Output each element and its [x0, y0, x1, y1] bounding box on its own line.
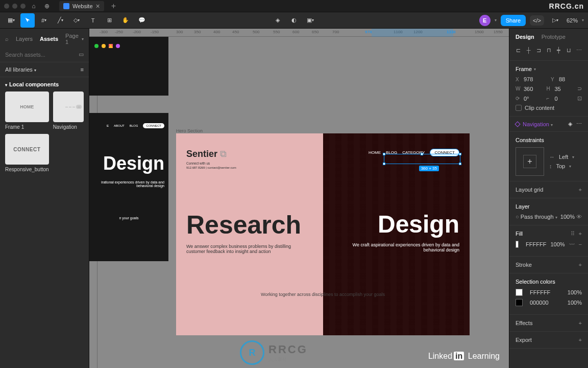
export-title: Export: [516, 337, 532, 343]
align-vcenter-icon[interactable]: ┿: [555, 45, 563, 55]
frame-title[interactable]: Frame ▾: [516, 66, 582, 72]
align-hcenter-icon[interactable]: ┼: [525, 45, 533, 55]
layout-grid-title: Layout grid: [516, 187, 543, 193]
frame-h[interactable]: 35: [555, 86, 561, 92]
text-tool[interactable]: T: [86, 13, 100, 28]
tab-layers[interactable]: Layers: [16, 36, 33, 42]
frame-rot[interactable]: 0°: [524, 96, 529, 102]
globe-icon[interactable]: ⊕: [42, 1, 52, 11]
frame-x[interactable]: 978: [524, 76, 533, 82]
fill-opacity[interactable]: 100%: [550, 241, 565, 247]
close-icon[interactable]: ×: [96, 3, 100, 10]
canvas-frame-dark[interactable]: E ABOUT BLOG CONNECT Design irational ex…: [89, 113, 168, 261]
align-left-icon[interactable]: ⊏: [514, 45, 523, 55]
fill-visible-icon[interactable]: 〰: [569, 241, 575, 247]
more-icon[interactable]: ⋯: [576, 121, 582, 127]
mask-icon[interactable]: ◐: [287, 13, 301, 28]
page-selector[interactable]: Page 1▾: [65, 33, 84, 45]
devmode-button[interactable]: </>: [530, 15, 544, 26]
boolean-icon[interactable]: ▣▾: [303, 13, 317, 28]
thumb-connect[interactable]: CONNECT Responsive_button: [5, 134, 49, 172]
add-grid-icon[interactable]: +: [579, 187, 582, 193]
align-more-icon[interactable]: ⋯: [575, 45, 583, 55]
local-components-header[interactable]: Local components: [0, 77, 89, 91]
align-bottom-icon[interactable]: ⊔: [565, 45, 573, 55]
export-section: Export +: [509, 332, 588, 349]
styles-icon[interactable]: ⠿: [571, 231, 575, 237]
home-icon[interactable]: ⌂: [29, 1, 39, 11]
list-icon[interactable]: ≡: [81, 66, 84, 73]
fill-section: Fill⠿+ FFFFFF 100% 〰 −: [509, 225, 588, 257]
constraint-v[interactable]: Top: [556, 163, 566, 169]
tab-favicon: [63, 3, 69, 9]
tab-design[interactable]: Design: [516, 34, 534, 40]
thumb-frame1-img: HOME: [5, 91, 49, 122]
design-heading: Design: [333, 210, 460, 238]
component-icon[interactable]: ◈: [271, 13, 285, 28]
selcolor-swatch-1[interactable]: [516, 289, 523, 296]
clip-content[interactable]: Clip content: [516, 105, 582, 111]
tab-assets[interactable]: Assets: [40, 36, 58, 42]
layer-title: Layer: [516, 203, 582, 210]
resources-tool[interactable]: ⊞: [102, 13, 116, 28]
tab-prototype[interactable]: Prototype: [542, 34, 566, 40]
selection-outline: [384, 154, 460, 164]
link-dims-icon[interactable]: ⊃: [577, 85, 582, 92]
all-libraries[interactable]: All libraries ▾ ≡: [0, 62, 89, 77]
selection-colors-section: Selection colors FFFFFF100% 000000100%: [509, 273, 588, 315]
align-top-icon[interactable]: ⊓: [545, 45, 553, 55]
hand-tool[interactable]: ✋: [118, 13, 133, 28]
layer-opacity[interactable]: 100%: [560, 214, 575, 220]
search-input[interactable]: [5, 52, 76, 58]
navigation-instance[interactable]: Navigation ▾ ◈⋯: [509, 117, 588, 132]
share-button[interactable]: Share: [501, 15, 526, 26]
new-tab-button[interactable]: +: [111, 2, 116, 11]
toolbar-center: ◈ ◐ ▣▾: [271, 13, 317, 28]
fill-remove-icon[interactable]: −: [579, 241, 582, 247]
hero-left: Sentier ⧉ Connect with us 912.687.8269 |…: [176, 133, 323, 335]
constraint-h[interactable]: Left: [559, 154, 568, 160]
swap-icon[interactable]: ◈: [568, 121, 572, 127]
ruler-horizontal: -300 -250 -200 -150 300 350 400 450 500 …: [89, 29, 509, 37]
hero-bottom-text: Working together across disciplines to a…: [176, 292, 470, 297]
selcolor-swatch-2[interactable]: [516, 299, 523, 306]
thumb-frame1[interactable]: HOME Frame 1: [5, 91, 49, 130]
canvas[interactable]: -300 -250 -200 -150 300 350 400 450 500 …: [89, 29, 509, 368]
frame-rad[interactable]: 0: [555, 96, 558, 102]
frame-w[interactable]: 360: [524, 86, 533, 92]
tab-website[interactable]: Website ×: [59, 1, 104, 11]
watermark-rrcg: R RRCG 人人素材: [240, 340, 308, 365]
canvas-frame-header[interactable]: [89, 37, 168, 96]
frame-tool[interactable]: #▾: [37, 13, 51, 28]
menu-icon[interactable]: ▦▾: [4, 13, 18, 28]
brand-sub: Connect with us: [186, 162, 313, 165]
constraint-widget[interactable]: +: [516, 147, 544, 176]
library-icon[interactable]: ▭: [79, 51, 84, 58]
hero-frame[interactable]: Sentier ⧉ Connect with us 912.687.8269 |…: [176, 133, 470, 335]
eye-icon[interactable]: 👁: [576, 214, 582, 220]
add-stroke-icon[interactable]: +: [579, 262, 582, 268]
avatar-chevron-icon[interactable]: ▾: [495, 18, 497, 22]
present-icon[interactable]: ▷▾: [548, 13, 562, 28]
thumb-navigation[interactable]: ———— Navigation: [53, 91, 84, 130]
shape-tool[interactable]: ◇▾: [69, 13, 84, 28]
avatar[interactable]: E: [479, 15, 491, 26]
add-effect-icon[interactable]: +: [579, 320, 582, 326]
zoom-chevron-icon[interactable]: ▾: [582, 18, 584, 22]
add-export-icon[interactable]: +: [579, 337, 582, 343]
fill-hex[interactable]: FFFFFF: [526, 241, 546, 247]
zoom-level[interactable]: 62%: [567, 17, 578, 24]
fill-swatch[interactable]: [516, 241, 519, 248]
left-panel: ⌕ Layers Assets Page 1▾ ▭ All libraries …: [0, 29, 89, 368]
corners-icon[interactable]: ⊡: [577, 95, 582, 102]
frame-y[interactable]: 88: [559, 76, 565, 82]
add-fill-icon[interactable]: +: [579, 231, 582, 237]
blend-mode[interactable]: Pass through: [521, 214, 554, 220]
align-right-icon[interactable]: ⊐: [534, 45, 543, 55]
move-tool[interactable]: [20, 13, 35, 28]
comment-tool[interactable]: 💬: [135, 13, 149, 28]
search-icon[interactable]: ⌕: [5, 36, 9, 42]
brand-title: Sentier ⧉: [186, 149, 313, 159]
pen-tool[interactable]: ╱▾: [53, 13, 67, 28]
hero-frame-label[interactable]: Hero Section: [176, 128, 203, 133]
